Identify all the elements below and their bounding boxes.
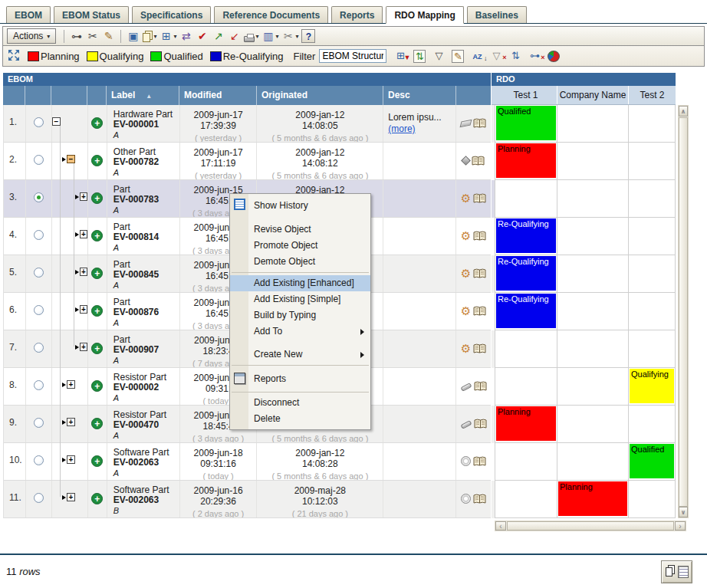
rdo-cell-test2[interactable] xyxy=(629,406,676,443)
rdo-cell-company-name[interactable] xyxy=(557,218,629,255)
add-icon[interactable] xyxy=(91,305,103,317)
radio-button[interactable] xyxy=(34,380,44,390)
window-icon[interactable]: ▣ xyxy=(127,29,140,43)
rdo-cell-company-name[interactable] xyxy=(557,330,629,368)
book-icon[interactable] xyxy=(473,268,486,279)
rdo-cell-test1[interactable]: Qualified xyxy=(495,105,557,143)
rdo-cell-company-name[interactable] xyxy=(557,368,629,406)
add-icon[interactable] xyxy=(91,268,103,279)
column-header-select[interactable] xyxy=(25,86,51,105)
tree-cell[interactable]: + xyxy=(52,293,88,330)
vertical-scroll-thumb[interactable] xyxy=(679,117,688,507)
rdo-cell-test2[interactable] xyxy=(629,105,676,143)
row-select-cell[interactable] xyxy=(26,255,52,292)
scroll-left-icon[interactable]: ‹ xyxy=(495,521,506,531)
tree-node[interactable]: + xyxy=(62,455,87,464)
vertical-scrollbar[interactable]: ∧ ∨ xyxy=(678,105,689,518)
radio-button[interactable] xyxy=(34,305,44,315)
sort-structure-icon[interactable]: ⇅ xyxy=(509,50,521,62)
tab-specifications[interactable]: Specifications xyxy=(132,6,211,23)
tree-node[interactable]: − xyxy=(62,155,87,163)
tree-cell[interactable]: + xyxy=(52,481,88,517)
rdo-cell-test1[interactable] xyxy=(495,368,557,406)
add-icon[interactable] xyxy=(91,493,103,504)
tree-expand-icon[interactable]: + xyxy=(80,192,87,201)
add-cell[interactable] xyxy=(88,443,107,480)
tree-node[interactable]: − xyxy=(52,117,87,126)
add-cell[interactable] xyxy=(88,368,107,405)
add-cell[interactable] xyxy=(88,180,107,217)
radio-button[interactable] xyxy=(34,192,44,202)
tree-expand-icon[interactable]: + xyxy=(80,268,87,276)
book-icon[interactable] xyxy=(473,118,486,129)
swap-window-icon[interactable]: ⇄ xyxy=(179,29,192,43)
remove-filter-icon[interactable]: ▽× xyxy=(490,50,502,62)
row-select-cell[interactable] xyxy=(26,105,52,142)
rdo-cell-test1[interactable] xyxy=(495,481,557,518)
table-row[interactable]: 2. − Other Part EV-000782 A 2009-jun-17 … xyxy=(4,143,491,180)
menu-item-create-new[interactable]: Create New xyxy=(230,347,370,363)
tree-cell[interactable]: + xyxy=(52,330,88,367)
rdo-cell-company-name[interactable] xyxy=(557,406,629,443)
radio-button[interactable] xyxy=(34,230,44,240)
label-cell[interactable]: Part EV-000814 A xyxy=(107,218,180,255)
label-cell[interactable]: Resistor Part EV-000002 A xyxy=(107,368,180,405)
disconnect-node-icon[interactable]: ⊶× xyxy=(528,50,541,62)
menu-item-reports[interactable]: Reports xyxy=(230,368,370,389)
book-icon[interactable] xyxy=(473,193,486,204)
add-cell[interactable] xyxy=(88,406,107,442)
add-icon[interactable] xyxy=(91,418,103,429)
actions-button[interactable]: Actions ▾ xyxy=(7,28,56,44)
rdo-cell-test2[interactable]: Qualifying xyxy=(629,368,676,406)
chevron-down-icon[interactable]: ▾ xyxy=(295,33,298,40)
promote-icon[interactable]: ↗ xyxy=(212,29,225,43)
rdo-cell-test2[interactable] xyxy=(629,143,676,180)
book-icon[interactable] xyxy=(473,494,486,504)
structure-filter-icon[interactable]: ⊞▼ xyxy=(394,50,406,62)
label-cell[interactable]: Software Part EV-002063 A xyxy=(107,443,180,480)
column-header-modified[interactable]: Modified xyxy=(179,86,257,105)
add-icon[interactable] xyxy=(91,155,103,166)
tab-ebom-status[interactable]: EBOM Status xyxy=(54,6,129,23)
row-select-cell[interactable] xyxy=(26,481,52,517)
chevron-down-icon[interactable]: ▾ xyxy=(255,33,258,40)
horizontal-scrollbar[interactable]: ‹ › xyxy=(495,521,686,531)
scroll-right-icon[interactable]: › xyxy=(675,521,686,531)
tree-node[interactable]: + xyxy=(75,343,87,351)
row-select-cell[interactable] xyxy=(26,330,52,367)
paste-structure-icon[interactable]: ⊞ xyxy=(159,29,173,43)
add-icon[interactable] xyxy=(91,117,103,129)
radio-button[interactable] xyxy=(34,268,44,278)
add-icon[interactable] xyxy=(91,455,103,467)
rdo-cell-company-name[interactable]: Planning xyxy=(557,481,629,518)
label-cell[interactable]: Part EV-000907 A xyxy=(107,330,180,367)
column-header-company-name[interactable]: Company Name xyxy=(557,86,629,104)
row-select-cell[interactable] xyxy=(26,293,52,330)
book-icon[interactable] xyxy=(473,456,486,467)
radio-button[interactable] xyxy=(34,455,44,465)
rdo-cell-test1[interactable]: Planning xyxy=(495,406,557,443)
tree-cell[interactable]: + xyxy=(52,368,88,405)
rdo-cell-test1[interactable] xyxy=(495,330,557,368)
menu-item-delete[interactable]: Delete xyxy=(230,411,370,427)
label-cell[interactable]: Part EV-000845 A xyxy=(107,255,180,292)
column-header-label[interactable]: Label xyxy=(107,86,179,105)
customize-icon[interactable]: ✂ xyxy=(281,29,294,43)
row-select-cell[interactable] xyxy=(26,218,52,255)
tree-cell[interactable]: + xyxy=(52,406,88,442)
menu-item-demote-object[interactable]: Demote Object xyxy=(230,254,370,270)
menu-item-add-existing-enhanced-[interactable]: Add Existing [Enhanced] xyxy=(230,275,370,291)
book-icon[interactable] xyxy=(473,231,486,241)
tree-expand-icon[interactable]: + xyxy=(67,455,75,464)
radio-button[interactable] xyxy=(34,343,44,353)
add-cell[interactable] xyxy=(88,481,107,517)
tree-node[interactable]: + xyxy=(62,380,87,389)
table-row[interactable]: 10. + Software Part EV-002063 A 2009-jun… xyxy=(4,443,491,481)
tree-node[interactable]: + xyxy=(75,305,87,314)
menu-item-promote-object[interactable]: Promote Object xyxy=(230,238,370,254)
column-header-add[interactable] xyxy=(87,86,107,105)
add-icon[interactable] xyxy=(91,230,103,241)
menu-item-add-existing-simple-[interactable]: Add Existing [Simple] xyxy=(230,291,370,307)
row-select-cell[interactable] xyxy=(26,143,52,179)
view-toggle-button[interactable] xyxy=(661,560,692,583)
